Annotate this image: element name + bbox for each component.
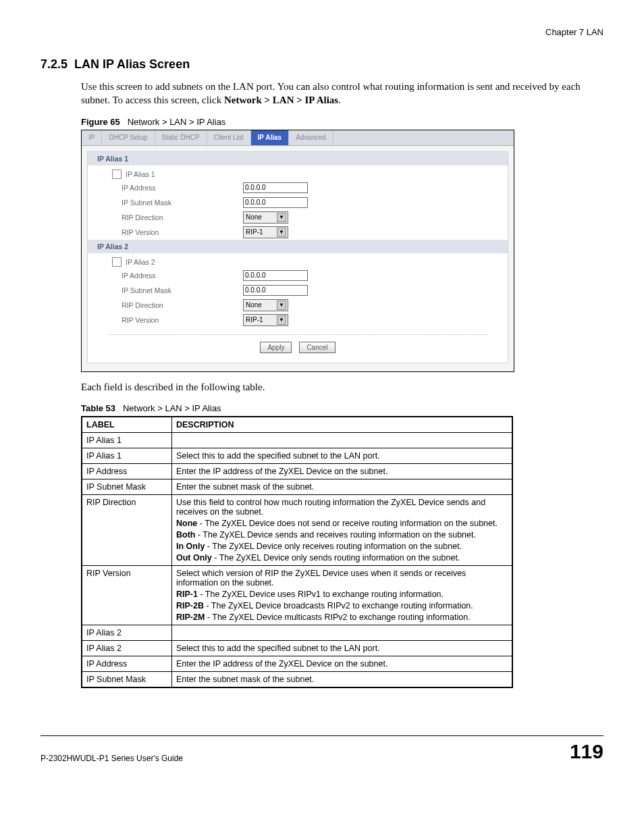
desc-text: - The ZyXEL Device only sends routing in… xyxy=(212,553,460,563)
tab-client-list[interactable]: Client List xyxy=(207,130,251,145)
footer-page: 119 xyxy=(570,740,603,763)
intro-navpath: Network > LAN > IP Alias xyxy=(224,95,338,105)
cell-desc: Select this to add the specified subnet … xyxy=(172,448,513,463)
desc-bold: Out Only xyxy=(176,553,212,563)
desc-bold: RIP-2B xyxy=(176,601,204,610)
group2-checkbox-label: IP Alias 2 xyxy=(126,258,155,266)
figure-caption: Figure 65 Network > LAN > IP Alias xyxy=(81,117,603,127)
g2-dir-label: RIP Direction xyxy=(122,301,243,309)
page-footer: P-2302HWUDL-P1 Series User's Guide 119 xyxy=(41,735,603,763)
tab-static-dhcp[interactable]: Static DHCP xyxy=(155,130,207,145)
g1-dir-select[interactable]: None▼ xyxy=(243,211,288,224)
group2-enable-row: IP Alias 2 xyxy=(88,253,508,268)
footer-guide: P-2302HWUDL-P1 Series User's Guide xyxy=(41,754,183,763)
cell-desc xyxy=(172,432,513,448)
g2-dir-select[interactable]: None▼ xyxy=(243,299,288,311)
ui-screenshot: IP DHCP Setup Static DHCP Client List IP… xyxy=(81,130,514,372)
table-row: IP Subnet MaskEnter the subnet mask of t… xyxy=(82,479,512,494)
desc-text: - The ZyXEL Device sends and receives ro… xyxy=(195,530,476,540)
cell-label: IP Alias 2 xyxy=(82,625,172,640)
cell-label: IP Alias 1 xyxy=(82,448,172,463)
tab-ip-alias[interactable]: IP Alias xyxy=(251,130,290,145)
cell-desc: Enter the IP address of the ZyXEL Device… xyxy=(172,656,513,671)
figure-label: Figure 65 xyxy=(81,117,120,127)
cell-label: IP Subnet Mask xyxy=(82,479,172,494)
g2-ver-label: RIP Version xyxy=(122,316,243,324)
cell-label: RIP Version xyxy=(82,565,172,625)
cell-label: IP Address xyxy=(82,463,172,479)
table-caption-text: Network > LAN > IP Alias xyxy=(123,403,221,413)
table-row: RIP Direction Use this field to control … xyxy=(82,494,512,565)
desc-bold: In Only xyxy=(176,542,205,551)
chevron-down-icon: ▼ xyxy=(277,213,286,222)
desc-line: Use this field to control how much routi… xyxy=(176,498,508,517)
desc-line: RIP-1 - The ZyXEL Device uses RIPv1 to e… xyxy=(176,590,508,599)
cell-label: IP Alias 1 xyxy=(82,432,172,448)
button-row: Apply Cancel xyxy=(108,334,487,356)
group2-checkbox[interactable] xyxy=(112,257,122,267)
desc-text: - The ZyXEL Device uses RIPv1 to exchang… xyxy=(198,590,444,599)
table-row: IP Subnet MaskEnter the subnet mask of t… xyxy=(82,671,512,687)
cell-desc: Use this field to control how much routi… xyxy=(172,494,513,565)
cell-desc xyxy=(172,625,513,640)
desc-line: RIP-2M - The ZyXEL Device multicasts RIP… xyxy=(176,613,508,622)
table-label: Table 53 xyxy=(81,403,115,413)
group1-enable-row: IP Alias 1 xyxy=(88,165,508,180)
chevron-down-icon: ▼ xyxy=(277,315,286,325)
g1-mask-label: IP Subnet Mask xyxy=(122,199,243,207)
group1-checkbox[interactable] xyxy=(112,170,122,179)
g1-ver-select[interactable]: RIP-1▼ xyxy=(243,226,288,238)
g1-mask-input[interactable] xyxy=(243,197,308,208)
table-row: IP Alias 1 xyxy=(82,432,512,448)
desc-bold: RIP-2M xyxy=(176,613,205,622)
tab-advanced[interactable]: Advanced xyxy=(289,130,333,145)
g1-dir-value: None xyxy=(246,213,262,221)
chevron-down-icon: ▼ xyxy=(277,301,286,310)
col-label: LABEL xyxy=(82,417,172,433)
group2-header: IP Alias 2 xyxy=(88,240,508,253)
chevron-down-icon: ▼ xyxy=(277,228,286,237)
g2-ver-select[interactable]: RIP-1▼ xyxy=(243,314,288,326)
section-number: 7.2.5 xyxy=(41,57,68,71)
desc-bold: RIP-1 xyxy=(176,590,198,599)
col-description: DESCRIPTION xyxy=(172,417,513,433)
tab-ip[interactable]: IP xyxy=(82,130,102,145)
table-header-row: LABEL DESCRIPTION xyxy=(82,417,512,433)
desc-line: Out Only - The ZyXEL Device only sends r… xyxy=(176,553,508,563)
section-title: LAN IP Alias Screen xyxy=(74,57,190,71)
desc-bold: None xyxy=(176,519,197,528)
tab-dhcp-setup[interactable]: DHCP Setup xyxy=(102,130,155,145)
desc-line: Both - The ZyXEL Device sends and receiv… xyxy=(176,530,508,540)
cancel-button[interactable]: Cancel xyxy=(299,342,335,353)
g1-dir-label: RIP Direction xyxy=(122,213,243,221)
table-row: IP Alias 2 xyxy=(82,625,512,640)
g2-dir-value: None xyxy=(246,301,262,309)
cell-desc: Enter the subnet mask of the subnet. xyxy=(172,671,513,687)
g2-mask-label: IP Subnet Mask xyxy=(122,286,243,294)
apply-button[interactable]: Apply xyxy=(260,342,292,353)
desc-text: - The ZyXEL Device only receives routing… xyxy=(205,542,462,551)
after-figure-text: Each field is described in the following… xyxy=(81,380,603,394)
group1-header: IP Alias 1 xyxy=(88,152,508,165)
g2-mask-input[interactable] xyxy=(243,285,308,296)
cell-desc: Select which version of RIP the ZyXEL De… xyxy=(172,565,513,625)
g1-ip-label: IP Address xyxy=(122,184,243,192)
desc-bold: Both xyxy=(176,530,195,540)
table-caption: Table 53 Network > LAN > IP Alias xyxy=(81,403,603,413)
table-row: IP Alias 1Select this to add the specifi… xyxy=(82,448,512,463)
cell-label: IP Subnet Mask xyxy=(82,671,172,687)
intro-end: . xyxy=(338,95,341,105)
cell-label: RIP Direction xyxy=(82,494,172,565)
g2-ip-input[interactable] xyxy=(243,270,308,281)
cell-label: IP Address xyxy=(82,656,172,671)
desc-text: - The ZyXEL Device does not send or rece… xyxy=(197,519,498,528)
table-row: RIP Version Select which version of RIP … xyxy=(82,565,512,625)
g1-ver-label: RIP Version xyxy=(122,228,243,236)
cell-desc: Enter the IP address of the ZyXEL Device… xyxy=(172,463,513,479)
description-table: LABEL DESCRIPTION IP Alias 1 IP Alias 1S… xyxy=(81,416,513,688)
intro-paragraph: Use this screen to add subnets on the LA… xyxy=(81,80,603,107)
g1-ip-input[interactable] xyxy=(243,182,308,193)
g1-ver-value: RIP-1 xyxy=(246,228,263,236)
g2-ip-label: IP Address xyxy=(122,271,243,280)
desc-text: - The ZyXEL Device broadcasts RIPv2 to e… xyxy=(204,601,473,610)
